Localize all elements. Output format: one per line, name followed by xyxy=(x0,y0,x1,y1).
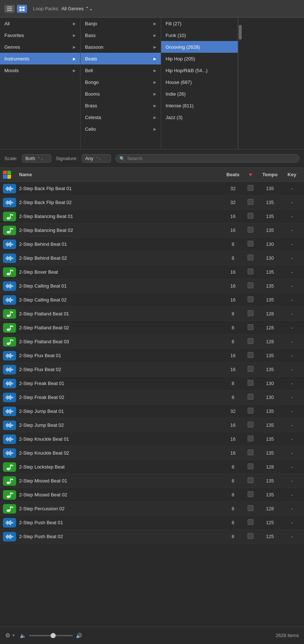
table-row[interactable]: 2-Step Knuckle Beat 02 16 135 - xyxy=(0,446,304,460)
gear-button[interactable]: ⚙ ▼ xyxy=(5,632,15,639)
favorite-checkbox[interactable] xyxy=(248,491,253,497)
menu-item-banjo[interactable]: Banjo ▶ xyxy=(81,18,161,29)
row-favorite[interactable] xyxy=(244,255,257,262)
menu-item-beats[interactable]: Beats ▶ xyxy=(81,53,161,64)
row-favorite[interactable] xyxy=(244,213,257,220)
signature-dropdown[interactable]: Any ⌃⌄ xyxy=(82,154,111,163)
favorite-checkbox[interactable] xyxy=(248,227,253,233)
row-favorite[interactable] xyxy=(244,533,257,540)
scale-dropdown[interactable]: Both ⌃⌄ xyxy=(22,154,51,163)
favorite-checkbox[interactable] xyxy=(248,380,253,386)
table-row[interactable]: 2-Step Freak Beat 01 8 130 - xyxy=(0,377,304,391)
table-row[interactable]: 2-Step Calling Beat 01 16 135 - xyxy=(0,279,304,293)
table-row[interactable]: 2-Step Balancing Beat 02 16 135 - xyxy=(0,223,304,237)
menu-item-genres[interactable]: Genres ▶ xyxy=(0,41,80,53)
list-view-btn[interactable] xyxy=(4,5,15,13)
table-row[interactable]: 2-Step Flux Beat 02 16 135 - xyxy=(0,363,304,377)
favorite-checkbox[interactable] xyxy=(248,310,253,316)
menu-item-bongo[interactable]: Bongo ▶ xyxy=(81,76,161,88)
table-row[interactable]: 2-Step Back Flip Beat 01 32 135 - xyxy=(0,182,304,196)
menu-item-favorites[interactable]: Favorites ▶ xyxy=(0,29,80,41)
menu-item-funk[interactable]: Funk (10) xyxy=(161,29,238,41)
row-favorite[interactable] xyxy=(244,282,257,289)
menu-item-booms[interactable]: Booms ▶ xyxy=(81,88,161,100)
search-box[interactable]: 🔍 xyxy=(115,154,300,163)
favorite-checkbox[interactable] xyxy=(248,422,253,428)
favorite-checkbox[interactable] xyxy=(248,269,253,274)
menu-item-indie[interactable]: Indie (26) xyxy=(161,88,238,100)
row-favorite[interactable] xyxy=(244,241,257,248)
row-favorite[interactable] xyxy=(244,199,257,206)
favorite-checkbox[interactable] xyxy=(248,199,253,205)
menu-scrollbar[interactable] xyxy=(238,18,242,149)
table-row[interactable]: 2-Step Behind Beat 02 8 130 - xyxy=(0,251,304,265)
row-favorite[interactable] xyxy=(244,519,257,526)
table-row[interactable]: 2-Step Balancing Beat 01 16 135 - xyxy=(0,210,304,223)
favorite-checkbox[interactable] xyxy=(248,477,253,483)
table-row[interactable]: 2-Step Flatland Beat 03 8 128 - xyxy=(0,335,304,349)
search-input[interactable] xyxy=(127,156,296,161)
favorite-checkbox[interactable] xyxy=(248,255,253,260)
row-favorite[interactable] xyxy=(244,296,257,303)
table-row[interactable]: 2-Step Knuckle Beat 01 16 135 - xyxy=(0,432,304,446)
row-favorite[interactable] xyxy=(244,477,257,484)
favorite-checkbox[interactable] xyxy=(248,519,253,525)
favorite-checkbox[interactable] xyxy=(248,296,253,302)
favorite-checkbox[interactable] xyxy=(248,282,253,288)
row-favorite[interactable] xyxy=(244,422,257,429)
favorite-checkbox[interactable] xyxy=(248,408,253,414)
menu-item-hiphoprnb[interactable]: Hip Hop/R&B (54...) xyxy=(161,64,238,76)
menu-item-bass[interactable]: Bass ▶ xyxy=(81,29,161,41)
table-row[interactable]: 2-Step Missed Beat 01 8 135 - xyxy=(0,474,304,488)
favorite-checkbox[interactable] xyxy=(248,533,253,539)
grid-view-btn[interactable] xyxy=(17,5,27,13)
favorite-checkbox[interactable] xyxy=(248,505,253,511)
favorite-checkbox[interactable] xyxy=(248,352,253,358)
favorite-checkbox[interactable] xyxy=(248,213,253,219)
row-favorite[interactable] xyxy=(244,380,257,387)
volume-thumb[interactable] xyxy=(51,633,56,638)
row-favorite[interactable] xyxy=(244,408,257,415)
table-row[interactable]: 2-Step Calling Beat 02 16 135 - xyxy=(0,293,304,307)
favorite-checkbox[interactable] xyxy=(248,185,253,191)
table-row[interactable]: 2-Step Jump Beat 01 32 135 - xyxy=(0,404,304,418)
favorite-checkbox[interactable] xyxy=(248,436,253,441)
table-row[interactable]: 2-Step Push Beat 02 8 125 - xyxy=(0,530,304,544)
row-favorite[interactable] xyxy=(244,338,257,345)
menu-item-moods[interactable]: Moods ▶ xyxy=(0,64,80,76)
table-row[interactable]: 2-Step Missed Beat 02 8 135 - xyxy=(0,488,304,502)
menu-item-all[interactable]: All ▶ xyxy=(0,18,80,29)
table-row[interactable]: 2-Step Freak Beat 02 8 130 - xyxy=(0,391,304,404)
favorite-checkbox[interactable] xyxy=(248,366,253,372)
table-row[interactable]: 2-Step Lockstep Beat 8 128 - xyxy=(0,460,304,474)
genre-dropdown[interactable]: All Genres ⌃⌄ xyxy=(62,6,93,11)
table-row[interactable]: 2-Step Flux Beat 01 16 135 - xyxy=(0,349,304,363)
favorite-checkbox[interactable] xyxy=(248,324,253,330)
row-favorite[interactable] xyxy=(244,269,257,275)
table-row[interactable]: 2-Step Flatland Beat 02 8 128 - xyxy=(0,321,304,335)
favorite-checkbox[interactable] xyxy=(248,394,253,400)
row-favorite[interactable] xyxy=(244,449,257,456)
menu-item-brass[interactable]: Brass ▶ xyxy=(81,100,161,111)
volume-slider[interactable] xyxy=(29,635,73,636)
menu-item-jazz[interactable]: Jazz (3) xyxy=(161,111,238,123)
table-row[interactable]: 2-Step Flatland Beat 01 8 128 - xyxy=(0,307,304,321)
table-row[interactable]: 2-Step Boxer Beat 16 135 - xyxy=(0,265,304,279)
favorite-checkbox[interactable] xyxy=(248,449,253,455)
row-favorite[interactable] xyxy=(244,366,257,373)
menu-item-cello[interactable]: Cello ▶ xyxy=(81,123,161,135)
table-row[interactable]: 2-Step Back Flip Beat 02 32 135 - xyxy=(0,196,304,210)
menu-item-hiphop[interactable]: Hip Hop (205) xyxy=(161,53,238,64)
table-row[interactable]: 2-Step Behind Beat 01 8 130 - xyxy=(0,237,304,251)
menu-item-grooving[interactable]: Grooving (2628) xyxy=(161,41,238,53)
row-favorite[interactable] xyxy=(244,185,257,192)
table-row[interactable]: 2-Step Percussion 02 8 128 - xyxy=(0,502,304,516)
row-favorite[interactable] xyxy=(244,505,257,512)
row-favorite[interactable] xyxy=(244,352,257,359)
menu-item-intense[interactable]: Intense (811) xyxy=(161,100,238,111)
favorite-checkbox[interactable] xyxy=(248,463,253,469)
menu-item-celesta[interactable]: Celesta ▶ xyxy=(81,111,161,123)
favorite-checkbox[interactable] xyxy=(248,338,253,344)
menu-item-fill[interactable]: Fill (27) xyxy=(161,18,238,29)
scrollbar-thumb[interactable] xyxy=(239,25,242,40)
